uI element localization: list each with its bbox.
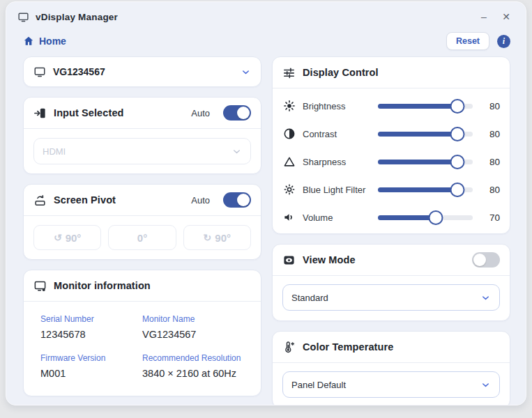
info-field-recommended-resolution: Recommended Resolution 3840 × 2160 at 60… xyxy=(142,353,244,379)
slider-label: Contrast xyxy=(303,129,378,139)
info-field-label: Monitor Name xyxy=(142,314,244,324)
info-field-value: M001 xyxy=(40,368,142,379)
slider-thumb[interactable] xyxy=(450,155,465,169)
minimize-icon[interactable]: – xyxy=(476,10,492,24)
screen-pivot-card: Screen Pivot Auto ↺ 90° 0° ↻ xyxy=(23,184,261,260)
app-title: vDisplay Manager xyxy=(36,12,118,22)
pivot-left-90-button[interactable]: ↺ 90° xyxy=(33,225,101,250)
pivot-auto-toggle[interactable] xyxy=(223,192,251,208)
view-mode-card: View Mode Standard xyxy=(272,244,510,321)
monitor-info-icon xyxy=(33,279,47,293)
view-mode-value: Standard xyxy=(291,293,480,303)
monitor-information-grid: Serial Number 12345678 Monitor Name VG12… xyxy=(24,302,261,396)
chevron-down-icon xyxy=(480,380,491,390)
titlebar: vDisplay Manager – ✕ xyxy=(6,2,526,26)
slider-value: 70 xyxy=(482,212,500,223)
color-temperature-dropdown[interactable]: Panel Default xyxy=(282,371,500,398)
sharpness-icon xyxy=(282,155,296,169)
home-link[interactable]: Home xyxy=(23,36,66,47)
info-icon[interactable]: i xyxy=(497,35,510,48)
pivot-zero-button[interactable]: 0° xyxy=(108,225,176,250)
blue-light-filter-row: Blue Light Filter 80 xyxy=(282,176,500,203)
slider-value: 80 xyxy=(482,185,500,195)
view-mode-dropdown[interactable]: Standard xyxy=(282,284,500,311)
info-field-monitor-name: Monitor Name VG1234567 xyxy=(142,314,244,340)
slider-value: 80 xyxy=(482,129,500,139)
slider-label: Volume xyxy=(303,212,378,223)
view-mode-header: View Mode xyxy=(273,245,510,275)
monitor-icon xyxy=(17,11,29,23)
display-control-body: Brightness 80 Contrast xyxy=(273,88,510,233)
monitor-selector[interactable]: VG1234567 xyxy=(23,56,261,87)
slider-value: 80 xyxy=(482,157,500,167)
pivot-right-90-button[interactable]: ↻ 90° xyxy=(183,225,251,250)
contrast-row: Contrast 80 xyxy=(282,120,500,148)
info-field-value: VG1234567 xyxy=(142,329,244,340)
home-icon xyxy=(23,36,34,47)
slider-value: 80 xyxy=(482,101,500,111)
screen-pivot-header: Screen Pivot Auto xyxy=(24,185,261,215)
volume-icon xyxy=(282,210,296,224)
app-window: vDisplay Manager – ✕ Home Reset i xyxy=(6,1,526,405)
info-field-label: Serial Number xyxy=(40,314,142,324)
slider-thumb[interactable] xyxy=(450,127,465,141)
input-selected-header: Input Selected Auto xyxy=(24,98,261,128)
input-source-icon xyxy=(33,107,47,120)
monitor-selector-value: VG1234567 xyxy=(53,66,234,77)
volume-slider[interactable] xyxy=(378,210,473,225)
reset-button[interactable]: Reset xyxy=(446,32,489,50)
screen-pivot-icon xyxy=(33,194,47,207)
input-auto-toggle[interactable] xyxy=(223,105,251,121)
blue-light-filter-slider[interactable] xyxy=(378,182,473,197)
info-field-serial-number: Serial Number 12345678 xyxy=(40,314,142,340)
pivot-button-label: 90° xyxy=(215,232,231,244)
main-content: VG1234567 Inp xyxy=(6,52,526,405)
slider-thumb[interactable] xyxy=(450,99,465,114)
color-temperature-header: Color Temperature xyxy=(273,332,510,362)
monitor-information-card: Monitor information Serial Number 123456… xyxy=(23,270,261,396)
rotate-ccw-icon: ↺ xyxy=(54,232,62,243)
info-field-value: 3840 × 2160 at 60Hz xyxy=(142,368,244,379)
info-field-label: Firmware Version xyxy=(40,353,142,363)
screen-pivot-title: Screen Pivot xyxy=(54,194,116,206)
input-source-dropdown[interactable]: HDMI xyxy=(33,138,251,164)
contrast-icon xyxy=(282,127,296,141)
input-selected-title: Input Selected xyxy=(54,107,124,118)
monitor-information-header: Monitor information xyxy=(24,270,261,301)
color-temperature-icon xyxy=(282,341,296,354)
info-field-value: 12345678 xyxy=(40,329,142,340)
slider-thumb[interactable] xyxy=(450,183,465,197)
home-label: Home xyxy=(39,36,66,47)
brightness-slider[interactable] xyxy=(378,98,473,114)
view-mode-toggle[interactable] xyxy=(472,252,500,268)
color-temperature-value: Panel Default xyxy=(291,380,480,390)
nav-bar: Home Reset i xyxy=(6,26,526,52)
display-control-card: Display Control Brightness xyxy=(272,56,510,234)
rotate-cw-icon: ↻ xyxy=(204,232,212,243)
sliders-icon xyxy=(282,66,296,79)
sharpness-slider[interactable] xyxy=(378,154,473,169)
contrast-slider[interactable] xyxy=(378,126,473,141)
slider-label: Brightness xyxy=(303,101,378,111)
info-field-label: Recommended Resolution xyxy=(142,353,244,363)
pivot-button-label: 0° xyxy=(137,232,147,244)
close-icon[interactable]: ✕ xyxy=(498,10,515,24)
right-column: Display Control Brightness xyxy=(272,56,510,396)
chevron-down-icon xyxy=(241,67,251,77)
volume-row: Volume 70 xyxy=(282,203,500,231)
pivot-button-label: 90° xyxy=(66,232,82,244)
chevron-down-icon xyxy=(231,146,242,157)
display-control-header: Display Control xyxy=(273,57,510,88)
display-control-title: Display Control xyxy=(303,67,379,78)
info-field-firmware-version: Firmware Version M001 xyxy=(40,353,142,379)
color-temperature-title: Color Temperature xyxy=(303,341,393,353)
input-selected-card: Input Selected Auto HDMI xyxy=(23,97,261,174)
input-source-value: HDMI xyxy=(43,146,231,157)
slider-label: Sharpness xyxy=(303,157,378,167)
chevron-down-icon xyxy=(480,293,491,303)
view-mode-title: View Mode xyxy=(303,254,356,265)
slider-thumb[interactable] xyxy=(428,210,443,225)
sharpness-row: Sharpness 80 xyxy=(282,148,500,176)
left-column: VG1234567 Inp xyxy=(23,56,261,396)
view-mode-icon xyxy=(282,254,296,267)
